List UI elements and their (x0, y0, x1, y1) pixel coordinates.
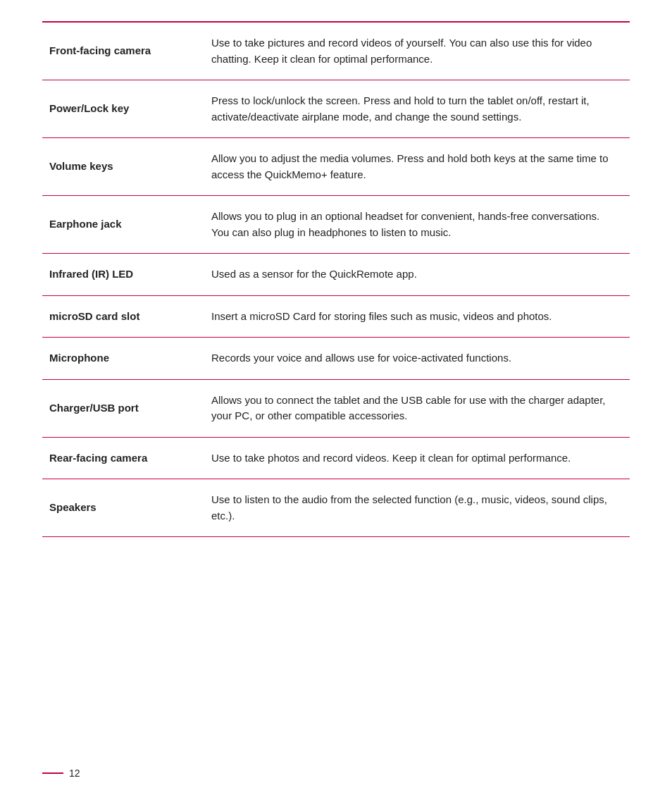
term-cell: Microphone (42, 338, 197, 380)
term-cell: Infrared (IR) LED (42, 254, 197, 296)
description-cell: Use to take photos and record videos. Ke… (197, 437, 630, 479)
term-cell: Volume keys (42, 138, 197, 196)
term-cell: microSD card slot (42, 295, 197, 338)
description-cell: Use to take pictures and record videos o… (197, 23, 630, 80)
term-cell: Front-facing camera (42, 23, 197, 80)
description-cell: Allows you to plug in an optional headse… (197, 196, 630, 254)
features-table: Front-facing cameraUse to take pictures … (42, 23, 630, 537)
page-number: 12 (69, 768, 80, 779)
table-row: SpeakersUse to listen to the audio from … (42, 479, 630, 537)
page-container: Front-facing cameraUse to take pictures … (0, 0, 672, 807)
term-cell: Speakers (42, 479, 197, 537)
table-row: Rear-facing cameraUse to take photos and… (42, 437, 630, 479)
footer-line (42, 772, 63, 774)
term-cell: Earphone jack (42, 196, 197, 254)
table-row: Front-facing cameraUse to take pictures … (42, 23, 630, 80)
page-footer: 12 (42, 768, 80, 779)
term-cell: Rear-facing camera (42, 437, 197, 479)
table-row: microSD card slotInsert a microSD Card f… (42, 295, 630, 338)
description-cell: Records your voice and allows use for vo… (197, 338, 630, 380)
description-cell: Insert a microSD Card for storing files … (197, 295, 630, 338)
description-cell: Used as a sensor for the QuickRemote app… (197, 254, 630, 296)
table-row: Volume keysAllow you to adjust the media… (42, 138, 630, 196)
table-row: Earphone jackAllows you to plug in an op… (42, 196, 630, 254)
description-cell: Allow you to adjust the media volumes. P… (197, 138, 630, 196)
table-row: Infrared (IR) LEDUsed as a sensor for th… (42, 254, 630, 296)
table-row: MicrophoneRecords your voice and allows … (42, 338, 630, 380)
table-row: Power/Lock keyPress to lock/unlock the s… (42, 80, 630, 138)
term-cell: Power/Lock key (42, 80, 197, 138)
description-cell: Use to listen to the audio from the sele… (197, 479, 630, 537)
term-cell: Charger/USB port (42, 379, 197, 437)
description-cell: Press to lock/unlock the screen. Press a… (197, 80, 630, 138)
description-cell: Allows you to connect the tablet and the… (197, 379, 630, 437)
table-row: Charger/USB portAllows you to connect th… (42, 379, 630, 437)
